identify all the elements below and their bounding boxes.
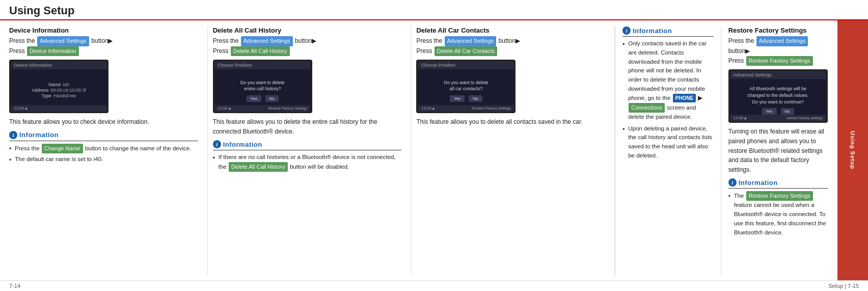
sidebar-label: Using Setup [850,131,856,169]
screen-topbar-device: Device Information [14,63,52,68]
press-text-2: button▶ [91,37,113,44]
press-text-1: Press the [9,37,35,44]
press-line-restore: Press the Advanced Settings button▶ Pres… [728,36,828,66]
btn-advanced-1[interactable]: Advanced Settings [37,36,89,46]
body-device: This feature allows you to check device … [9,117,198,127]
section-title-contacts: Delete All Car Contacts [416,27,605,34]
screen-topbar-restore: Advanced Settings [733,72,771,77]
press-line-contacts: Press the Advanced Settings button▶ Pres… [416,36,605,56]
column-device-info: Device Information Press the Advanced Se… [9,27,208,275]
section-title-device: Device Information [9,27,198,34]
screen-dialog-restore: All Bluetooth settings will bechanged to… [747,86,808,105]
info-box-contacts-right: i Information • Only contacts saved in t… [622,27,713,161]
info-bullet-2: • The default car name is set to i40. [9,155,198,165]
screen-dialog-call: Do you want to deleteentire call history… [240,80,285,92]
screen-call: Choose Problem Do you want to deleteenti… [213,60,312,113]
phone-btn[interactable]: PHONE [673,94,696,103]
screen-bottom-device: 12:00▲ [14,106,29,111]
page-wrapper: Using Setup Device Information Press the… [0,0,868,291]
btn-delete-call[interactable]: Delete All Call History [231,46,290,57]
btn-restore[interactable]: Restore Factory Settings [746,56,813,66]
column-call-history: Delete All Call History Press the Advanc… [208,27,412,275]
sidebar-right: Using Setup [837,20,868,280]
press-text-3: Press [9,47,25,55]
restore-column: Restore Factory Settings Press the Advan… [721,27,828,275]
screen-yes-call[interactable]: Yes [247,95,261,102]
screen-device: Device Information Namei40 Address00:05:… [9,60,108,113]
content-area: Device Information Press the Advanced Se… [0,20,868,280]
screen-no-call[interactable]: No [265,95,279,102]
info-label-restore: Information [739,179,778,187]
footer-right: Setup | 7-15 [828,283,859,289]
screen-no-contacts[interactable]: No [469,95,482,102]
screen-topbar-call: Choose Problem [218,63,252,68]
screen-restore: Advanced Settings All Bluetooth settings… [728,69,828,123]
screen-yes-restore[interactable]: Yes [762,108,777,115]
page-footer: 7-14 Setup | 7-15 [0,280,868,291]
info-label-call: Information [223,141,262,148]
info-box-device: i Information • Press the Change Name bu… [9,131,198,165]
info-bullet-1: • Press the Change Name button to change… [9,144,198,154]
page-header: Using Setup [0,0,868,20]
section-title-call: Delete All Call History [213,27,402,34]
btn-advanced-restore[interactable]: Advanced Settings [756,36,808,46]
page-title: Using Setup [9,4,74,17]
info-box-restore: i Information • The Restore Factory Sett… [728,178,828,237]
footer-left: 7-14 [9,283,20,289]
body-restore: Turning on this feature will erase all p… [728,127,828,174]
main-columns: Device Information Press the Advanced Se… [0,20,837,280]
info-bullet-right-2: • Upon deleting a paired device, the cal… [622,124,713,161]
delete-call-btn[interactable]: Delete All Call History [229,162,288,172]
section-title-restore: Restore Factory Settings [728,27,828,34]
press-line-device: Press the Advanced Settings button▶ Pres… [9,36,198,56]
body-contacts: This feature allows you to delete all co… [416,117,605,127]
info-bullet-call: • If there are no call histories or a Bl… [213,153,402,172]
btn-delete-contacts[interactable]: Delete All Car Contacts [435,46,498,57]
screen-no-restore[interactable]: No [781,108,794,115]
btn-device-info[interactable]: Device Information [27,46,79,57]
btn-advanced-2[interactable]: Advanced Settings [241,36,293,46]
column-car-contacts: Delete All Car Contacts Press the Advanc… [411,27,615,275]
screen-topbar-contacts: Choose Problem [421,63,455,68]
info-label-device: Information [19,131,59,139]
right-section: i Information • Only contacts saved in t… [615,27,828,275]
change-name-btn[interactable]: Change Name [42,144,83,153]
screen-yes-contacts[interactable]: Yes [450,95,465,102]
body-call: This feature allows you to delete the en… [213,117,402,136]
screen-contacts: Choose Problem Do you want to deleteall … [416,60,516,113]
info-icon-device: i [9,131,17,139]
info-bullet-right-1: • Only contacts saved in the car are del… [622,39,713,122]
btn-advanced-3[interactable]: Advanced Settings [445,36,497,46]
press-line-call: Press the Advanced Settings button▶ Pres… [213,36,402,56]
info-label-right: Information [633,27,672,35]
connections-btn[interactable]: Connections [629,103,665,113]
info-box-call: i Information • If there are no call his… [213,140,402,172]
info-icon-call: i [213,140,221,148]
restore-factory-btn[interactable]: Restore Factory Settings [746,191,813,201]
screen-dialog-contacts: Do you want to deleteall car contacts? [444,80,488,92]
info-column: i Information • Only contacts saved in t… [620,27,721,275]
info-bullet-restore: • The Restore Factory Settings feature c… [728,191,828,237]
info-icon-restore: i [728,178,737,187]
info-icon-right: i [622,27,631,35]
